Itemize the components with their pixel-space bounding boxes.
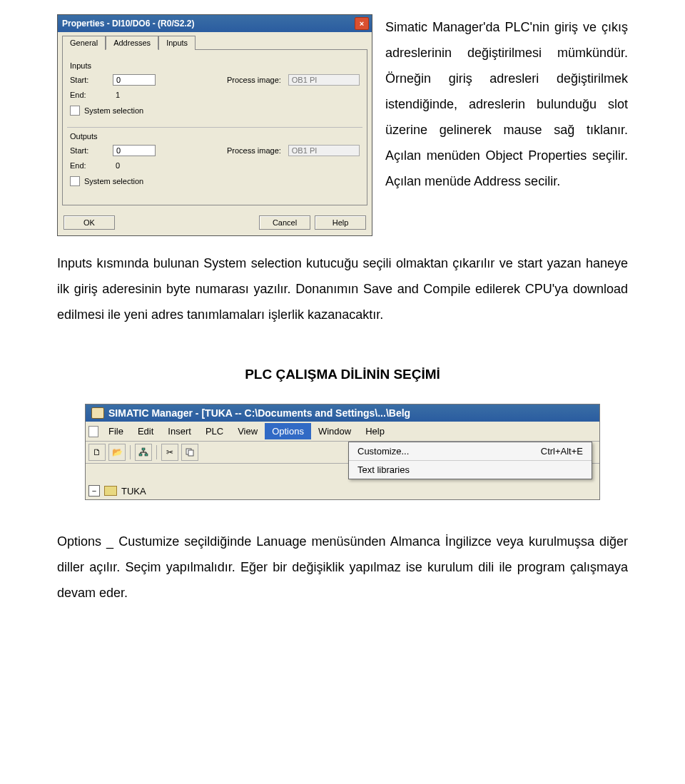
tab-inputs[interactable]: Inputs [158, 36, 196, 50]
outputs-system-selection-checkbox[interactable] [70, 176, 80, 186]
tree-icon[interactable] [135, 444, 152, 461]
menu-help[interactable]: Help [358, 423, 392, 439]
properties-dialog: Properties - DI10/DO6 - (R0/S2.2) × Gene… [57, 14, 372, 236]
simatic-title-text: SIMATIC Manager - [TUKA -- C:\Documents … [108, 407, 410, 419]
inputs-system-selection-checkbox[interactable] [70, 106, 80, 116]
close-icon[interactable]: × [355, 17, 369, 30]
menu-bar: File Edit Insert PLC View Options Window… [86, 422, 599, 442]
inputs-pi-label: Process image: [227, 76, 281, 84]
inputs-start-field[interactable]: 0 [113, 74, 156, 86]
ok-button[interactable]: OK [64, 215, 115, 230]
outputs-start-label: Start: [70, 146, 106, 155]
simatic-titlebar: SIMATIC Manager - [TUKA -- C:\Documents … [86, 404, 599, 422]
menu-window[interactable]: Window [311, 423, 358, 439]
paragraph-1: Simatic Manager'da PLC'nin giriş ve çıkı… [385, 14, 628, 194]
inputs-start-label: Start: [70, 76, 106, 84]
tab-addresses[interactable]: Addresses [106, 36, 158, 50]
dialog-titlebar: Properties - DI10/DO6 - (R0/S2.2) × [58, 15, 372, 32]
svg-rect-8 [188, 450, 193, 456]
tab-panel: Inputs Start: 0 Process image: OB1 PI En… [62, 49, 367, 205]
svg-rect-2 [145, 454, 148, 456]
simatic-app-icon [91, 407, 104, 419]
dropdown-textlib-label: Text libraries [357, 464, 410, 475]
inputs-checkbox-label: System selection [84, 106, 143, 115]
outputs-checkbox-label: System selection [84, 177, 143, 185]
cut-icon[interactable]: ✂ [161, 444, 178, 461]
folder-icon [104, 486, 117, 496]
document-icon [88, 426, 98, 437]
dropdown-customize-shortcut: Ctrl+Alt+E [541, 446, 583, 457]
svg-rect-0 [142, 448, 145, 450]
svg-rect-1 [139, 454, 142, 456]
dialog-title: Properties - DI10/DO6 - (R0/S2.2) [62, 19, 194, 29]
menu-insert[interactable]: Insert [161, 423, 198, 439]
outputs-end-label: End: [70, 161, 106, 170]
menu-plc[interactable]: PLC [198, 423, 230, 439]
cancel-button[interactable]: Cancel [259, 215, 310, 230]
inputs-group-label: Inputs [70, 61, 360, 70]
tab-general[interactable]: General [62, 36, 106, 50]
help-button[interactable]: Help [315, 215, 366, 230]
dropdown-customize[interactable]: Customize... Ctrl+Alt+E [349, 442, 592, 461]
inputs-pi-field[interactable]: OB1 PI [288, 74, 360, 86]
outputs-end-value: 0 [113, 161, 161, 170]
options-dropdown: Customize... Ctrl+Alt+E Text libraries [348, 442, 592, 479]
outputs-group-label: Outputs [70, 132, 360, 141]
new-icon[interactable]: 🗋 [88, 444, 106, 461]
copy-icon[interactable] [181, 444, 198, 461]
paragraph-2: Inputs kısmında bulunan System selection… [57, 250, 628, 327]
paragraph-3: Options _ Custumize seçildiğinde Lanuage… [57, 529, 628, 606]
outputs-start-field[interactable]: 0 [113, 145, 156, 156]
open-icon[interactable]: 📂 [108, 444, 126, 461]
outputs-pi-field[interactable]: OB1 PI [288, 145, 360, 156]
inputs-end-label: End: [70, 91, 106, 99]
tab-row: General Addresses Inputs [58, 32, 372, 49]
dropdown-textlib[interactable]: Text libraries [349, 461, 592, 479]
menu-edit[interactable]: Edit [131, 423, 161, 439]
section-heading: PLC ÇALIŞMA DİLİNİN SEÇİMİ [57, 367, 628, 382]
dropdown-customize-label: Customize... [357, 446, 409, 457]
outputs-pi-label: Process image: [227, 146, 281, 155]
simatic-window: SIMATIC Manager - [TUKA -- C:\Documents … [85, 404, 600, 500]
menu-view[interactable]: View [230, 423, 265, 439]
menu-options[interactable]: Options [265, 423, 311, 439]
menu-file[interactable]: File [101, 423, 131, 439]
tree-root-label[interactable]: TUKA [121, 486, 146, 497]
collapse-icon[interactable]: − [88, 485, 100, 497]
inputs-end-value: 1 [113, 90, 161, 100]
